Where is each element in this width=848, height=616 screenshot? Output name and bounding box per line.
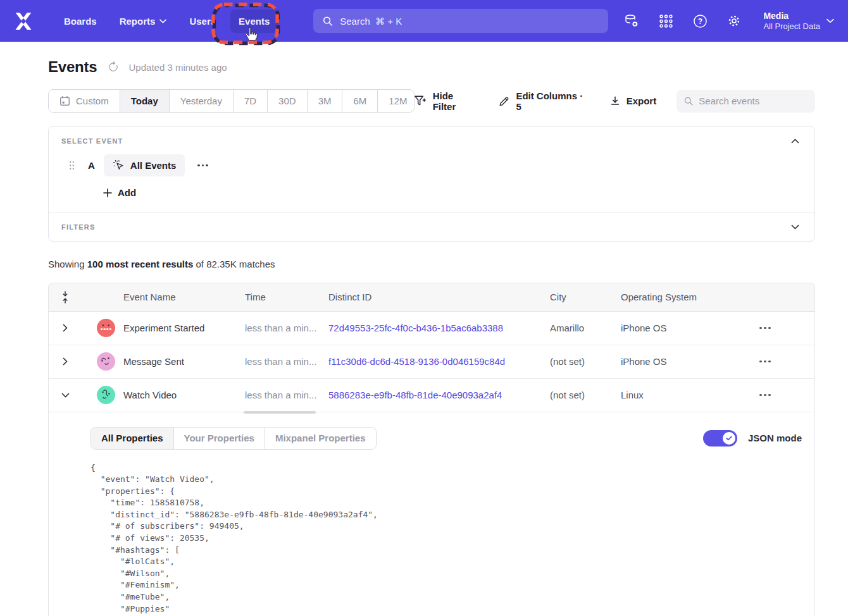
global-search[interactable] xyxy=(313,9,608,33)
expand-row-button[interactable] xyxy=(49,324,82,332)
select-event-label: SELECT EVENT xyxy=(61,137,123,145)
plus-icon xyxy=(103,188,112,197)
event-avatar xyxy=(97,386,115,404)
event-avatar xyxy=(97,352,115,371)
refresh-icon xyxy=(108,61,119,73)
mixpanel-logo-icon[interactable] xyxy=(14,11,35,30)
nav-item-boards[interactable]: Boards xyxy=(56,9,105,33)
edit-columns-label: Edit Columns · 5 xyxy=(516,90,589,112)
event-chip-label: All Events xyxy=(130,160,177,171)
cell-distinct-id[interactable]: 72d49553-25fc-4f0c-b436-1b5ac6ab3388 xyxy=(328,323,550,333)
date-range-12m[interactable]: 12M xyxy=(378,90,415,112)
event-more-actions-icon[interactable] xyxy=(194,162,211,169)
collapse-all-button[interactable] xyxy=(49,291,82,304)
nav-item-users[interactable]: Users xyxy=(181,9,224,33)
export-button[interactable]: Export xyxy=(610,95,657,106)
cell-os: iPhone OS xyxy=(621,323,745,333)
app-root: Boards Reports Users Events xyxy=(0,0,848,616)
table-row[interactable]: Experiment Started less than a min... 72… xyxy=(49,312,814,345)
collapse-section-button[interactable] xyxy=(789,137,802,145)
row-more-actions-icon[interactable] xyxy=(745,327,785,329)
edit-columns-button[interactable]: Edit Columns · 5 xyxy=(499,90,590,112)
event-row-letter: A xyxy=(88,160,95,171)
column-header-os[interactable]: Operating System xyxy=(621,292,745,302)
events-search-input[interactable] xyxy=(699,95,807,106)
collapse-row-button[interactable] xyxy=(49,393,82,398)
avatar-face-icon xyxy=(97,319,115,337)
nav-item-reports[interactable]: Reports xyxy=(111,9,175,33)
date-range-label: 12M xyxy=(389,95,407,106)
add-event-button[interactable]: Add xyxy=(103,187,136,198)
event-selector-chip[interactable]: All Events xyxy=(104,154,185,176)
toggle-knob xyxy=(723,432,735,445)
drag-handle-icon[interactable] xyxy=(69,161,75,170)
row-more-actions-icon[interactable] xyxy=(745,394,785,396)
results-summary: Showing 100 most recent results of 82.35… xyxy=(48,259,815,269)
top-navbar: Boards Reports Users Events xyxy=(0,0,848,42)
nav-item-label: Users xyxy=(189,16,216,27)
svg-text:?: ? xyxy=(698,16,702,25)
settings-gear-icon[interactable] xyxy=(726,13,742,28)
event-detail-panel: All Properties Your Properties Mixpanel … xyxy=(49,412,814,616)
json-mode-toggle[interactable] xyxy=(703,430,737,447)
cell-distinct-id[interactable]: 5886283e-e9fb-48fb-81de-40e9093a2af4 xyxy=(328,390,550,400)
date-range-label: 6M xyxy=(353,95,366,106)
chevron-down-icon xyxy=(61,393,70,398)
date-range-control: Custom Today Yesterday 7D 30D 3M 6M 12M xyxy=(48,89,415,113)
refresh-button[interactable] xyxy=(108,61,119,73)
tab-your-properties[interactable]: Your Properties xyxy=(174,428,265,449)
chevron-right-icon xyxy=(63,324,68,332)
expand-filters-button[interactable] xyxy=(789,223,802,231)
date-range-label: 3M xyxy=(318,95,332,106)
hide-filter-button[interactable]: Hide Filter xyxy=(415,90,478,112)
calendar-icon xyxy=(59,95,70,106)
select-event-section: SELECT EVENT A xyxy=(49,126,814,213)
horizontal-scrollbar-thumb[interactable] xyxy=(244,411,316,414)
date-range-30d[interactable]: 30D xyxy=(268,90,308,112)
column-header-city[interactable]: City xyxy=(550,292,621,302)
filters-section: FILTERS xyxy=(49,213,814,241)
date-range-label: 30D xyxy=(278,95,296,106)
column-header-time[interactable]: Time xyxy=(245,292,328,302)
date-range-today[interactable]: Today xyxy=(120,90,170,112)
cell-event-name: Watch Video xyxy=(123,390,245,400)
chevron-down-icon xyxy=(159,19,166,23)
global-search-input[interactable] xyxy=(340,16,599,27)
apps-grid-icon[interactable] xyxy=(658,13,673,28)
chevron-up-icon xyxy=(791,139,799,144)
hide-filter-label: Hide Filter xyxy=(433,90,478,112)
avatar-face-icon xyxy=(97,386,115,404)
nav-item-label: Boards xyxy=(64,16,97,27)
cell-event-name: Experiment Started xyxy=(123,323,245,333)
project-selector[interactable]: Media All Project Data xyxy=(763,10,834,32)
date-range-6m[interactable]: 6M xyxy=(342,90,378,112)
help-icon[interactable]: ? xyxy=(692,13,708,28)
table-row-expanded[interactable]: Watch Video less than a min... 5886283e-… xyxy=(49,379,814,412)
events-search[interactable] xyxy=(677,90,815,113)
cell-distinct-id[interactable]: f11c30d6-dc6d-4518-9136-0d046159c84d xyxy=(328,356,550,367)
column-header-event-name[interactable]: Event Name xyxy=(123,292,245,302)
date-range-label: Today xyxy=(131,95,158,106)
query-panel: SELECT EVENT A xyxy=(48,126,815,242)
row-more-actions-icon[interactable] xyxy=(745,360,785,362)
cell-event-name: Message Sent xyxy=(123,356,245,367)
date-range-3m[interactable]: 3M xyxy=(308,90,343,112)
nav-item-events[interactable]: Events xyxy=(230,9,278,33)
chevron-down-icon xyxy=(791,225,799,230)
results-count: 100 most recent results xyxy=(87,259,194,269)
tab-mixpanel-properties[interactable]: Mixpanel Properties xyxy=(265,428,376,449)
date-range-7d[interactable]: 7D xyxy=(234,90,268,112)
expand-row-button[interactable] xyxy=(49,357,82,366)
download-icon xyxy=(610,96,620,106)
project-scope: All Project Data xyxy=(763,22,820,32)
column-header-distinct-id[interactable]: Distinct ID xyxy=(328,292,550,302)
cell-time: less than a min... xyxy=(245,356,328,367)
tab-all-properties[interactable]: All Properties xyxy=(91,428,174,449)
results-prefix: Showing xyxy=(48,259,87,269)
date-range-label: 7D xyxy=(244,95,256,106)
table-row[interactable]: Message Sent less than a min... f11c30d6… xyxy=(49,345,814,379)
data-management-icon[interactable] xyxy=(624,13,639,28)
date-range-custom[interactable]: Custom xyxy=(49,90,120,112)
date-range-yesterday[interactable]: Yesterday xyxy=(170,90,234,112)
date-range-label: Custom xyxy=(76,95,109,106)
